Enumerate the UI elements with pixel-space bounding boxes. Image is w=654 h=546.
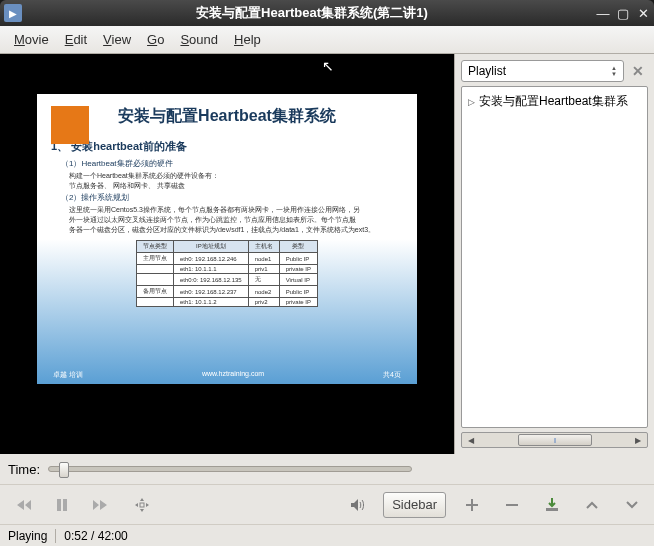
svg-rect-2 bbox=[140, 503, 144, 507]
slide-heading: 1、 安装heartbeat前的准备 bbox=[51, 139, 399, 154]
add-button[interactable] bbox=[458, 491, 486, 519]
separator bbox=[55, 529, 56, 543]
content-area: ↖ 安装与配置Heartbeat集群系统 1、 安装heartbeat前的准备 … bbox=[0, 54, 654, 454]
slide-sec1: （1）Heartbeat集群必须的硬件 bbox=[61, 158, 399, 169]
sidebar-header: Playlist ▲▼ ✕ bbox=[461, 60, 648, 82]
playlist-list[interactable]: ▷ 安装与配置Heartbeat集群系 bbox=[461, 86, 648, 428]
skip-back-icon bbox=[13, 498, 31, 512]
playlist-label: Playlist bbox=[468, 64, 506, 78]
minimize-button[interactable]: — bbox=[596, 6, 610, 21]
video-display[interactable]: ↖ 安装与配置Heartbeat集群系统 1、 安装heartbeat前的准备 … bbox=[0, 54, 454, 454]
slide-p: 外一块通过以太网交叉线连接两个节点，作为心跳监控，节点应用信息如表所示。每个节点… bbox=[69, 215, 399, 224]
chevron-down-icon bbox=[626, 500, 638, 510]
minus-icon bbox=[505, 498, 519, 512]
time-bar: Time: bbox=[0, 454, 654, 484]
save-download-icon bbox=[544, 497, 560, 513]
horizontal-scrollbar[interactable]: ◀ ▶ bbox=[461, 432, 648, 448]
previous-button[interactable] bbox=[8, 491, 36, 519]
slide-p: 务器一个磁盘分区，磁盘分区对应的文件标识为/dev/sdf1，挂载点为/data… bbox=[69, 225, 399, 234]
pause-button[interactable] bbox=[48, 491, 76, 519]
th: 节点类型 bbox=[136, 241, 173, 253]
next-button[interactable] bbox=[88, 491, 116, 519]
chevron-up-icon bbox=[586, 500, 598, 510]
volume-button[interactable] bbox=[343, 491, 371, 519]
menu-view[interactable]: View bbox=[97, 30, 137, 49]
plus-icon bbox=[465, 498, 479, 512]
maximize-button[interactable]: ▢ bbox=[616, 6, 630, 21]
slide-sec2: （2）操作系统规划 bbox=[61, 192, 399, 203]
close-playlist-button[interactable]: ✕ bbox=[628, 63, 648, 79]
svg-rect-0 bbox=[57, 499, 61, 511]
time-label: Time: bbox=[8, 462, 40, 477]
save-playlist-button[interactable] bbox=[538, 491, 566, 519]
spinner-icon: ▲▼ bbox=[611, 65, 617, 77]
close-button[interactable]: ✕ bbox=[636, 6, 650, 21]
footer-center: www.hztraining.com bbox=[83, 370, 383, 380]
playlist-item-label: 安装与配置Heartbeat集群系 bbox=[479, 93, 628, 110]
menu-movie[interactable]: Movie bbox=[8, 30, 55, 49]
slide-footer: 卓越 培训 www.hztraining.com 共4页 bbox=[37, 370, 417, 380]
app-window: ▶ 安装与配置Heartbeat集群系统(第二讲1) — ▢ ✕ Movie E… bbox=[0, 0, 654, 546]
move-up-button[interactable] bbox=[578, 491, 606, 519]
footer-right: 共4页 bbox=[383, 370, 401, 380]
playback-time: 0:52 / 42:00 bbox=[64, 529, 127, 543]
seek-thumb[interactable] bbox=[59, 462, 69, 478]
menu-edit[interactable]: Edit bbox=[59, 30, 93, 49]
volume-icon bbox=[349, 497, 365, 513]
playlist-selector[interactable]: Playlist ▲▼ bbox=[461, 60, 624, 82]
move-down-button[interactable] bbox=[618, 491, 646, 519]
control-bar: Sidebar bbox=[0, 484, 654, 524]
slide-p: 这里统一采用Centos5.3操作系统，每个节点服务器都有两块网卡，一块用作连接… bbox=[69, 205, 399, 214]
svg-rect-1 bbox=[63, 499, 67, 511]
mouse-cursor-icon: ↖ bbox=[322, 58, 334, 74]
slide-logo bbox=[51, 106, 89, 144]
th: IP地址规划 bbox=[173, 241, 248, 253]
playlist-sidebar: Playlist ▲▼ ✕ ▷ 安装与配置Heartbeat集群系 ◀ ▶ bbox=[454, 54, 654, 454]
svg-rect-3 bbox=[506, 504, 518, 506]
status-bar: Playing 0:52 / 42:00 bbox=[0, 524, 654, 546]
menu-sound[interactable]: Sound bbox=[174, 30, 224, 49]
sidebar-toggle-button[interactable]: Sidebar bbox=[383, 492, 446, 518]
app-icon: ▶ bbox=[4, 4, 22, 22]
fullscreen-icon bbox=[134, 497, 150, 513]
scroll-left-icon[interactable]: ◀ bbox=[464, 436, 478, 445]
skip-forward-icon bbox=[93, 498, 111, 512]
menu-help[interactable]: Help bbox=[228, 30, 267, 49]
menu-go[interactable]: Go bbox=[141, 30, 170, 49]
window-title: 安装与配置Heartbeat集群系统(第二讲1) bbox=[28, 4, 596, 22]
play-indicator-icon: ▷ bbox=[468, 97, 475, 107]
slide-p: 构建一个Heartbeat集群系统必须的硬件设备有： bbox=[69, 171, 399, 180]
remove-button[interactable] bbox=[498, 491, 526, 519]
slide-table: 节点类型 IP地址规划 主机名 类型 主用节点eth0: 192.168.12.… bbox=[136, 240, 318, 307]
pause-icon bbox=[55, 498, 69, 512]
seek-slider[interactable] bbox=[48, 466, 412, 472]
footer-left: 卓越 培训 bbox=[53, 370, 83, 380]
playback-state: Playing bbox=[8, 529, 47, 543]
playlist-item[interactable]: ▷ 安装与配置Heartbeat集群系 bbox=[466, 91, 643, 112]
scroll-right-icon[interactable]: ▶ bbox=[631, 436, 645, 445]
fullscreen-button[interactable] bbox=[128, 491, 156, 519]
slide-title: 安装与配置Heartbeat集群系统 bbox=[55, 106, 399, 127]
video-slide: 安装与配置Heartbeat集群系统 1、 安装heartbeat前的准备 （1… bbox=[37, 94, 417, 384]
titlebar[interactable]: ▶ 安装与配置Heartbeat集群系统(第二讲1) — ▢ ✕ bbox=[0, 0, 654, 26]
menubar: Movie Edit View Go Sound Help bbox=[0, 26, 654, 54]
slide-p: 节点服务器、 网络和网卡、 共享磁盘 bbox=[69, 181, 399, 190]
svg-rect-4 bbox=[546, 508, 558, 511]
th: 主机名 bbox=[248, 241, 279, 253]
th: 类型 bbox=[279, 241, 317, 253]
scroll-thumb[interactable] bbox=[518, 434, 592, 446]
